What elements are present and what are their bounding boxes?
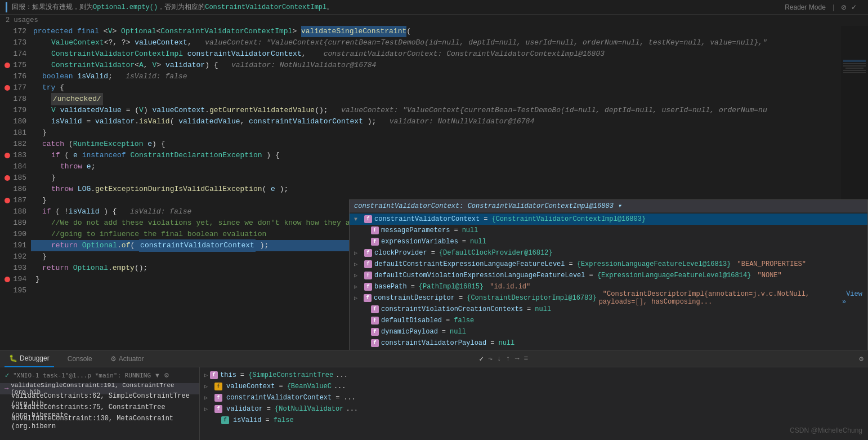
var-icon-9: f [371, 317, 379, 325]
debug-var-row-7[interactable]: ▷ f constraintDescriptor = {ConstraintDe… [350, 292, 867, 304]
bp-182 [5, 141, 10, 147]
bp-193 [5, 265, 10, 271]
code-line-185: } [31, 172, 868, 184]
expand-arrow-1: ▷ [354, 227, 357, 234]
debug-var-row-4[interactable]: ▷ f defaultConstraintExpressionLanguageF… [350, 259, 867, 270]
bp-186 [5, 186, 10, 192]
debug-overlay: constraintValidatorContext: ConstraintVa… [349, 199, 868, 350]
evaluate-icon[interactable]: ≡ [524, 354, 528, 363]
bp-183[interactable] [5, 153, 10, 158]
check-icon[interactable]: ✓ [851, 3, 857, 11]
stack-panel: ✓ "XNIO-1 task-1"@1...p *main": RUNNING … [0, 367, 200, 440]
bp-195 [5, 288, 10, 294]
var-icon-5: f [364, 272, 372, 279]
expand-arrow-3[interactable]: ▷ [354, 250, 357, 256]
bp-194[interactable] [5, 277, 10, 282]
tab-actuator[interactable]: ⚙ Actuator [106, 350, 149, 367]
bp-172 [5, 29, 10, 34]
code-line-174: ConstraintValidatorContextImpl constrain… [31, 48, 868, 60]
bp-191 [5, 243, 10, 248]
arrow-icon: → [5, 385, 8, 393]
bp-177[interactable] [5, 85, 10, 91]
debug-var-row-5[interactable]: ▷ f defaultCustomViolationExpressionLang… [350, 270, 867, 281]
right-panel-controls: ⚙ [859, 354, 863, 363]
expand-this[interactable]: ▷ [204, 372, 208, 379]
tab-debugger[interactable]: 🐛 Debugger [5, 350, 54, 367]
code-line-173: ValueContext<?, ?> valueContext, valueCo… [31, 37, 868, 48]
bp-175[interactable] [5, 63, 10, 68]
code-line-178: /unchecked/ [31, 94, 868, 105]
debug-var-row-1[interactable]: ▷ f messageParameters = null [350, 225, 867, 236]
actuator-icon: ⚙ [110, 355, 117, 363]
var-icon-1: f [371, 226, 379, 234]
var-icon-4: f [364, 260, 372, 268]
expand-cvc[interactable]: ▷ [204, 394, 208, 401]
expand-arrow-5[interactable]: ▷ [354, 272, 357, 279]
usages-text: 2 usages [6, 16, 38, 24]
line-numbers: 172 173 174 175 176 177 [0, 26, 31, 350]
top-comment-bar: 回报：如果没有违规，则为Optional.empty()，否则为相应的Const… [0, 0, 868, 15]
resume-icon[interactable]: ✓ [479, 354, 484, 363]
var-row-valueContext[interactable]: ▷ f valueContext = {BeanValueC ... [200, 381, 868, 392]
step-into-icon[interactable]: ↓ [497, 354, 502, 363]
bp-190 [5, 232, 10, 237]
var-icon-6: f [364, 283, 372, 291]
step-over-icon[interactable]: ↷ [488, 354, 493, 363]
debugger-toolbar: ✓ ↷ ↓ ↑ → ≡ [479, 354, 528, 363]
debug-var-row-0[interactable]: ▼ f constraintValidatorContext = {Constr… [350, 214, 867, 225]
var-row-cvc[interactable]: ▷ f constraintValidatorContext = ... [200, 392, 868, 403]
code-line-175: ConstraintValidator<A, V> validator) { v… [31, 60, 868, 71]
var-row-validator[interactable]: ▷ f validator = {NotNullValidator ... [200, 403, 868, 415]
debug-overlay-body: ▼ f constraintValidatorContext = {Constr… [350, 212, 867, 350]
settings-icon[interactable]: ⚙ [859, 354, 863, 363]
thread-filter-icon[interactable]: ▼ [154, 372, 160, 379]
step-out-icon[interactable]: ↑ [506, 354, 511, 363]
code-line-183: if ( e instanceof ConstraintDeclarationE… [31, 150, 868, 161]
debug-var-row-9[interactable]: ▷ f defaultDisabled = false [350, 315, 867, 326]
tab-console[interactable]: Console [63, 350, 97, 367]
expand-arrow-6[interactable]: ▷ [354, 283, 357, 290]
expand-arrow-7[interactable]: ▷ [354, 295, 357, 301]
chinese-comment: 回报：如果没有违规，则为Optional.empty()，否则为相应的Const… [12, 2, 333, 12]
var-icon-3: f [364, 249, 372, 257]
line-num-172: 172 [0, 26, 26, 37]
var-icon-isValid: f [221, 416, 229, 424]
bp-187[interactable] [5, 198, 10, 203]
debugger-panel: 🐛 Debugger Console ⚙ Actuator ✓ ↷ ↓ ↑ → … [0, 350, 868, 440]
usages-bar: 2 usages [0, 15, 868, 26]
code-line-181: } [31, 127, 868, 139]
expand-arrow-4[interactable]: ▷ [354, 261, 357, 268]
run-to-cursor-icon[interactable]: → [515, 354, 520, 363]
thread-icon: ✓ [5, 372, 10, 379]
bp-181 [5, 130, 10, 136]
view-link[interactable]: View » [842, 290, 863, 306]
debug-var-row-10[interactable]: ▷ f dynamicPayload = null [350, 326, 867, 337]
bp-185[interactable] [5, 175, 10, 181]
debug-var-row-3[interactable]: ▷ f clockProvider = {DefaultClockProvide… [350, 247, 867, 259]
eye-icon[interactable]: ⊘ [841, 3, 847, 11]
reader-mode[interactable]: Reader Mode | ⊘ ✓ [785, 3, 857, 11]
expand-vc[interactable]: ▷ [204, 383, 208, 390]
main-container: 回报：如果没有违规，则为Optional.empty()，否则为相应的Const… [0, 0, 868, 440]
debugger-tabs: 🐛 Debugger Console ⚙ Actuator ✓ ↷ ↓ ↑ → … [0, 350, 868, 367]
code-line-186: throw LOG.getExceptionDuringIsValidCallE… [31, 184, 868, 195]
debug-var-row-2[interactable]: ▷ f expressionVariables = null [350, 236, 867, 247]
thread-settings-icon[interactable]: ⚙ [164, 372, 169, 379]
debug-var-row-11[interactable]: ▷ f constraintValidatorPayload = null [350, 337, 867, 349]
code-content: protected final <V> Optional<ConstraintV… [31, 26, 868, 350]
bp-184 [5, 164, 10, 170]
expand-val[interactable]: ▷ [204, 406, 208, 412]
var-row-isValid[interactable]: ▷ f isValid = false [200, 415, 868, 426]
var-icon-11: f [371, 339, 379, 347]
bp-178 [5, 96, 10, 102]
bp-180 [5, 119, 10, 125]
var-icon-7: f [364, 294, 372, 302]
bp-179 [5, 108, 10, 113]
var-icon-0: f [364, 215, 372, 223]
bp-174 [5, 51, 10, 57]
var-row-this[interactable]: ▷ f this = {SimpleConstraintTree ... [200, 370, 868, 381]
variables-panel: ▷ f this = {SimpleConstraintTree ... ▷ f… [200, 367, 868, 440]
stack-item-3[interactable]: doValidateConstraint:130, MetaConstraint… [0, 417, 199, 428]
left-border-line [6, 2, 7, 12]
expand-arrow-0[interactable]: ▼ [354, 216, 357, 223]
